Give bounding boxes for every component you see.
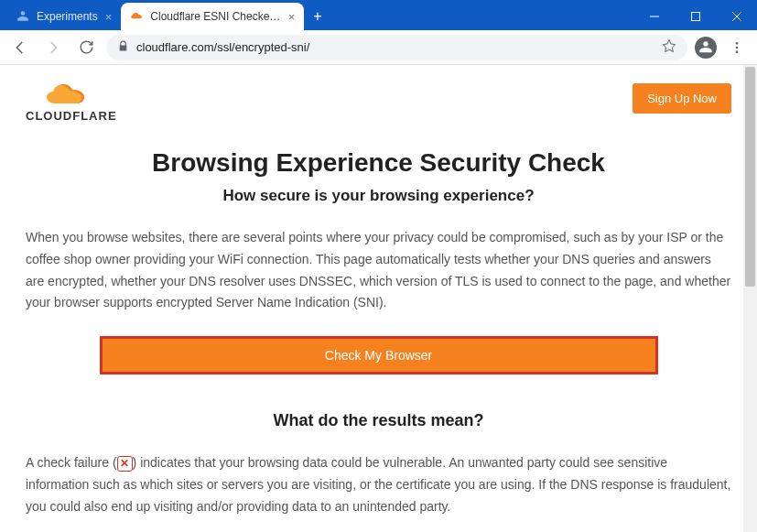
signup-button[interactable]: Sign Up Now bbox=[633, 83, 731, 114]
reload-button[interactable] bbox=[73, 35, 99, 60]
svg-point-4 bbox=[736, 42, 739, 45]
browser-toolbar: cloudflare.com/ssl/encrypted-sni/ bbox=[0, 30, 757, 65]
menu-button[interactable] bbox=[724, 35, 750, 60]
url-text: cloudflare.com/ssl/encrypted-sni/ bbox=[136, 40, 309, 54]
cloud-icon bbox=[46, 83, 97, 107]
site-header: CLOUDFLARE Sign Up Now bbox=[26, 83, 731, 123]
close-tab-icon[interactable]: × bbox=[105, 10, 113, 24]
page-content: CLOUDFLARE Sign Up Now Browsing Experien… bbox=[0, 65, 757, 532]
back-button[interactable] bbox=[7, 35, 33, 60]
close-tab-icon[interactable]: × bbox=[288, 10, 296, 24]
cloudflare-logo[interactable]: CLOUDFLARE bbox=[26, 83, 117, 123]
failure-paragraph: A check failure (✕) indicates that your … bbox=[26, 452, 731, 517]
bookmark-star-icon[interactable] bbox=[662, 38, 676, 56]
maximize-button[interactable] bbox=[675, 3, 716, 30]
window-titlebar: Experiments × Cloudflare ESNI Checker | … bbox=[0, 0, 757, 30]
scrollbar[interactable] bbox=[743, 65, 757, 532]
tab-favicon bbox=[16, 10, 29, 23]
forward-button[interactable] bbox=[40, 35, 66, 60]
browser-tab-experiments[interactable]: Experiments × bbox=[7, 3, 121, 30]
svg-point-5 bbox=[736, 46, 739, 49]
fail-icon: ✕ bbox=[117, 456, 133, 472]
fail-text-prefix: A check failure ( bbox=[26, 455, 117, 470]
browser-tab-cloudflare[interactable]: Cloudflare ESNI Checker | Cloudfl × bbox=[121, 3, 304, 30]
tab-favicon bbox=[130, 10, 143, 23]
address-bar[interactable]: cloudflare.com/ssl/encrypted-sni/ bbox=[106, 35, 687, 60]
tab-title: Experiments bbox=[37, 10, 98, 23]
page-title: Browsing Experience Security Check bbox=[26, 148, 731, 178]
logo-text: CLOUDFLARE bbox=[26, 109, 117, 123]
scrollbar-thumb[interactable] bbox=[745, 67, 755, 287]
close-window-button[interactable] bbox=[716, 3, 757, 30]
lock-icon bbox=[117, 40, 129, 55]
check-browser-button[interactable]: Check My Browser bbox=[100, 336, 658, 375]
profile-avatar[interactable] bbox=[695, 37, 717, 59]
results-heading: What do the results mean? bbox=[26, 411, 731, 430]
browser-tabs: Experiments × Cloudflare ESNI Checker | … bbox=[0, 0, 331, 30]
svg-rect-1 bbox=[691, 13, 699, 21]
svg-point-6 bbox=[736, 50, 739, 53]
window-controls bbox=[633, 3, 757, 30]
minimize-button[interactable] bbox=[633, 3, 675, 30]
intro-paragraph: When you browse websites, there are seve… bbox=[26, 227, 731, 314]
tab-title: Cloudflare ESNI Checker | Cloudfl bbox=[150, 10, 280, 23]
new-tab-button[interactable]: + bbox=[304, 3, 330, 30]
page-subtitle: How secure is your browsing experience? bbox=[26, 187, 731, 205]
main-content: Browsing Experience Security Check How s… bbox=[26, 148, 731, 532]
page-viewport: CLOUDFLARE Sign Up Now Browsing Experien… bbox=[0, 65, 757, 532]
